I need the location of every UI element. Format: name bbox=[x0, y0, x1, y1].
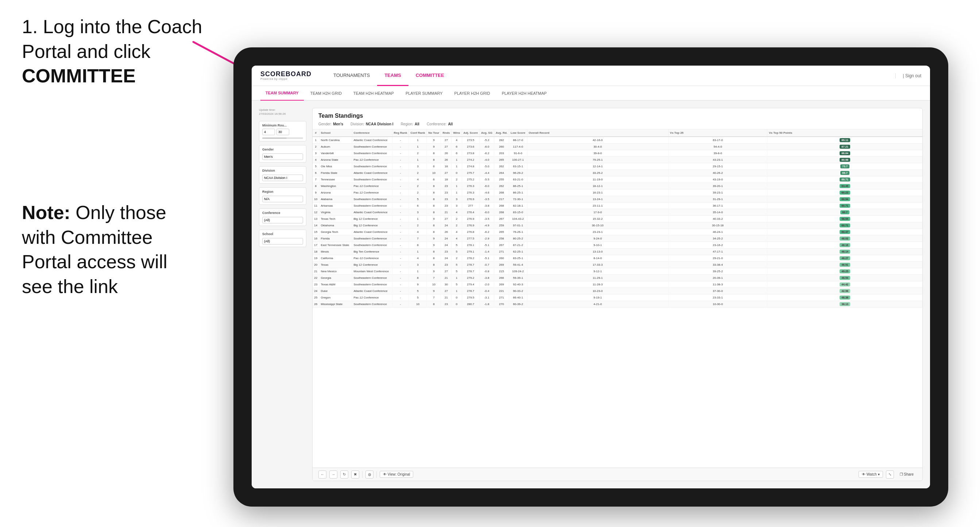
school-select[interactable]: (All) bbox=[262, 238, 303, 244]
cell-no-tour: 9 bbox=[427, 216, 441, 222]
cell-avg-rd: 258 bbox=[494, 235, 509, 242]
toolbar-view-btn[interactable]: 👁 View: Original bbox=[380, 471, 413, 478]
cell-avg-rd: 260 bbox=[494, 255, 509, 262]
table-row[interactable]: 1 North Carolina Atlantic Coast Conferen… bbox=[313, 137, 923, 144]
cell-vs25: 40-33-2 bbox=[668, 216, 767, 222]
table-area: Team Standings Gender: Men's Division: N… bbox=[312, 108, 923, 481]
cell-adj-sg: -5.2 bbox=[480, 137, 494, 144]
cell-pts: 80.98 bbox=[767, 157, 923, 163]
table-row[interactable]: 14 Oklahoma Big 12 Conference - 2 8 24 2… bbox=[313, 222, 923, 229]
cell-low: 86-25-1 bbox=[509, 189, 527, 196]
cell-conf: Southeastern Conference bbox=[352, 163, 392, 170]
table-row[interactable]: 2 Auburn Southeastern Conference - 1 9 2… bbox=[313, 144, 923, 150]
cell-low: 76-26-1 bbox=[509, 229, 527, 235]
table-row[interactable]: 25 Oregon Pac-12 Conference - 5 7 21 0 2… bbox=[313, 294, 923, 301]
table-row[interactable]: 10 Alabama Southeastern Conference - 5 8… bbox=[313, 196, 923, 203]
cell-adj-score: 273.6 bbox=[462, 144, 480, 150]
table-row[interactable]: 4 Arizona State Pac-12 Conference - 1 8 … bbox=[313, 157, 923, 163]
toolbar-share-btn[interactable]: ❐ Share bbox=[897, 471, 916, 478]
cell-conf: Atlantic Coast Conference bbox=[352, 288, 392, 294]
cell-rnds: 23 bbox=[441, 301, 452, 308]
toolbar-clock-btn[interactable]: ◍ bbox=[366, 470, 374, 479]
division-select[interactable]: NCAA Division I bbox=[262, 175, 303, 181]
min-rounds-max-input[interactable] bbox=[277, 129, 289, 135]
conference-select[interactable]: (All) bbox=[262, 217, 303, 224]
cell-rnds: 23 bbox=[441, 189, 452, 196]
table-row[interactable]: 13 Texas Tech Big 12 Conference - 1 9 27… bbox=[313, 216, 923, 222]
nav-teams[interactable]: TEAMS bbox=[377, 66, 409, 86]
cell-school: Auburn bbox=[319, 144, 352, 150]
sub-nav-team-summary[interactable]: TEAM SUMMARY bbox=[261, 86, 304, 101]
table-row[interactable]: 9 Arizona Pac-12 Conference - 2 8 23 1 2… bbox=[313, 189, 923, 196]
cell-no-tour: 9 bbox=[427, 144, 441, 150]
filter-min-rounds: Minimum Rou... bbox=[259, 121, 306, 141]
cell-low: 97-01-1 bbox=[509, 222, 527, 229]
table-row[interactable]: 21 New Mexico Mountain West Conference -… bbox=[313, 268, 923, 275]
min-rounds-slider[interactable] bbox=[262, 137, 303, 139]
table-row[interactable]: 24 Duke Atlantic Coast Conference - 5 9 … bbox=[313, 288, 923, 294]
cell-avg-rd: 217 bbox=[494, 196, 509, 203]
cell-low: 83-25-1 bbox=[509, 255, 527, 262]
region-select[interactable]: N/A bbox=[262, 196, 303, 202]
nav-committee[interactable]: COMMITTEE bbox=[409, 66, 452, 86]
table-row[interactable]: 3 Vanderbilt Southeastern Conference - 2… bbox=[313, 150, 923, 157]
sub-nav-team-h2h-heatmap[interactable]: TEAM H2H HEATMAP bbox=[348, 86, 399, 101]
cell-school: Arkansas bbox=[319, 203, 352, 209]
nav-tournaments[interactable]: TOURNAMENTS bbox=[326, 66, 377, 86]
table-row[interactable]: 23 Texas A&M Southeastern Conference - 9… bbox=[313, 281, 923, 288]
table-row[interactable]: 11 Arkansas Southeastern Conference - 6 … bbox=[313, 203, 923, 209]
data-table[interactable]: # School Conference Reg Rank Conf Rank N… bbox=[313, 129, 923, 468]
cell-adj-score: 273.8 bbox=[462, 150, 480, 157]
cell-low: 82-18-1 bbox=[509, 203, 527, 209]
sub-nav-team-h2h-grid[interactable]: TEAM H2H GRID bbox=[305, 86, 347, 101]
cell-rank: 6 bbox=[313, 170, 319, 176]
main-content: Update time: 27/03/2024 16:56:26 Minimum… bbox=[251, 101, 930, 488]
sub-nav-player-summary[interactable]: PLAYER SUMMARY bbox=[401, 86, 448, 101]
col-rnds: Rnds bbox=[441, 129, 452, 137]
toolbar-expand-btn[interactable]: ⤡ bbox=[886, 470, 894, 479]
cell-wins: 1 bbox=[452, 157, 462, 163]
toolbar-forward-btn[interactable]: → bbox=[329, 470, 337, 479]
table-row[interactable]: 8 Washington Pac-12 Conference - 2 8 23 … bbox=[313, 183, 923, 189]
cell-rank: 1 bbox=[313, 137, 319, 144]
toolbar-reload-btn[interactable]: ↻ bbox=[340, 470, 348, 479]
cell-no-tour: 7 bbox=[427, 294, 441, 301]
sub-nav-player-h2h-grid[interactable]: PLAYER H2H GRID bbox=[449, 86, 495, 101]
table-row[interactable]: 20 Texas Big 12 Conference - 3 8 23 5 27… bbox=[313, 262, 923, 268]
cell-overall: 9-19-1 bbox=[527, 294, 668, 301]
table-row[interactable]: 7 Tennessee Southeastern Conference - 4 … bbox=[313, 176, 923, 183]
cell-reg-rank: - bbox=[392, 170, 409, 176]
min-rounds-min-input[interactable] bbox=[262, 129, 275, 135]
table-row[interactable]: 19 California Pac-12 Conference - 4 8 24… bbox=[313, 255, 923, 262]
cell-adj-score: 275.7 bbox=[462, 170, 480, 176]
table-row[interactable]: 5 Ole Miss Southeastern Conference - 3 6… bbox=[313, 163, 923, 170]
cell-avg-rd: 215 bbox=[494, 268, 509, 275]
standings-table: # School Conference Reg Rank Conf Rank N… bbox=[313, 129, 923, 308]
cell-adj-score: 279.5 bbox=[462, 294, 480, 301]
table-row[interactable]: 18 Illinois Big Ten Conference - 1 8 23 … bbox=[313, 249, 923, 255]
table-row[interactable]: 15 Georgia Tech Atlantic Coast Conferenc… bbox=[313, 229, 923, 235]
gender-select[interactable]: Men's bbox=[262, 154, 303, 160]
cell-conf: Southeastern Conference bbox=[352, 196, 392, 203]
table-row[interactable]: 22 Georgia Southeastern Conference - 8 7… bbox=[313, 275, 923, 281]
cell-avg-rd: 267 bbox=[494, 242, 509, 249]
cell-low: 59-41-4 bbox=[509, 262, 527, 268]
cell-school: Texas bbox=[319, 262, 352, 268]
toolbar-watch-btn[interactable]: 👁 Watch ▾ bbox=[859, 471, 883, 478]
toolbar-stop-btn[interactable]: ✖ bbox=[351, 470, 359, 479]
cell-adj-sg: -5.0 bbox=[480, 163, 494, 170]
table-row[interactable]: 26 Mississippi State Southeastern Confer… bbox=[313, 301, 923, 308]
cell-reg-rank: - bbox=[392, 203, 409, 209]
table-row[interactable]: 12 Virginia Atlantic Coast Conference - … bbox=[313, 209, 923, 216]
cell-school: East Tennessee State bbox=[319, 242, 352, 249]
table-row[interactable]: 16 Florida Southeastern Conference - 7 9… bbox=[313, 235, 923, 242]
sign-out[interactable]: | Sign out bbox=[896, 73, 921, 78]
sub-nav-player-h2h-heatmap[interactable]: PLAYER H2H HEATMAP bbox=[497, 86, 552, 101]
cell-wins: 1 bbox=[452, 183, 462, 189]
cell-wins: 4 bbox=[452, 235, 462, 242]
cell-vs25: 30-15-18 bbox=[668, 222, 767, 229]
table-row[interactable]: 6 Florida State Atlantic Coast Conferenc… bbox=[313, 170, 923, 176]
toolbar-back-btn[interactable]: ← bbox=[318, 470, 326, 479]
cell-vs25: 31-29-1 bbox=[668, 196, 767, 203]
table-row[interactable]: 17 East Tennessee State Southeastern Con… bbox=[313, 242, 923, 249]
